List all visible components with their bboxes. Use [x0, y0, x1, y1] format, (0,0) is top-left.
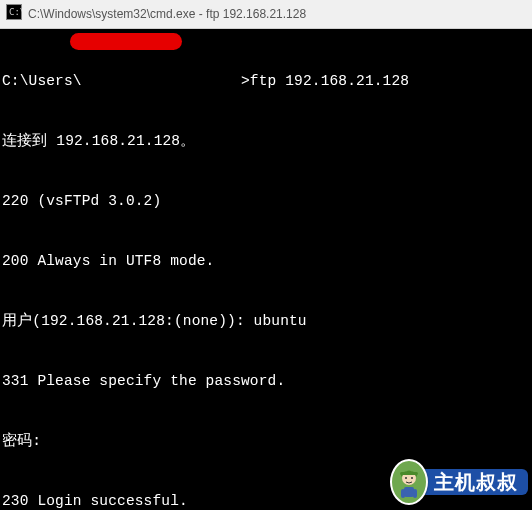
- svg-point-7: [405, 477, 407, 479]
- redaction-mark: [70, 33, 182, 50]
- svg-rect-4: [404, 487, 414, 497]
- terminal-line: 连接到 192.168.21.128。: [2, 131, 532, 151]
- watermark-text: 主机叔叔: [418, 469, 528, 495]
- terminal-line: 用户(192.168.21.128:(none)): ubuntu: [2, 311, 532, 331]
- terminal-output[interactable]: C:\Users\ >ftp 192.168.21.128 连接到 192.16…: [0, 29, 532, 510]
- titlebar[interactable]: C:\ C:\Windows\system32\cmd.exe - ftp 19…: [0, 0, 532, 29]
- window-title: C:\Windows\system32\cmd.exe - ftp 192.16…: [28, 7, 526, 21]
- svg-point-8: [411, 477, 413, 479]
- svg-text:C:\: C:\: [9, 7, 22, 17]
- cmd-icon: C:\: [6, 4, 22, 25]
- terminal-line: 密码:: [2, 431, 532, 451]
- terminal-line: 331 Please specify the password.: [2, 371, 532, 391]
- cmd-window: C:\ C:\Windows\system32\cmd.exe - ftp 19…: [0, 0, 532, 510]
- avatar-icon: [390, 459, 428, 505]
- svg-rect-6: [413, 489, 417, 498]
- svg-rect-3: [400, 472, 418, 475]
- terminal-line: 200 Always in UTF8 mode.: [2, 251, 532, 271]
- svg-rect-5: [401, 489, 405, 498]
- terminal-line: 220 (vsFTPd 3.0.2): [2, 191, 532, 211]
- watermark-logo: 主机叔叔: [390, 460, 528, 504]
- terminal-line: C:\Users\ >ftp 192.168.21.128: [2, 71, 532, 91]
